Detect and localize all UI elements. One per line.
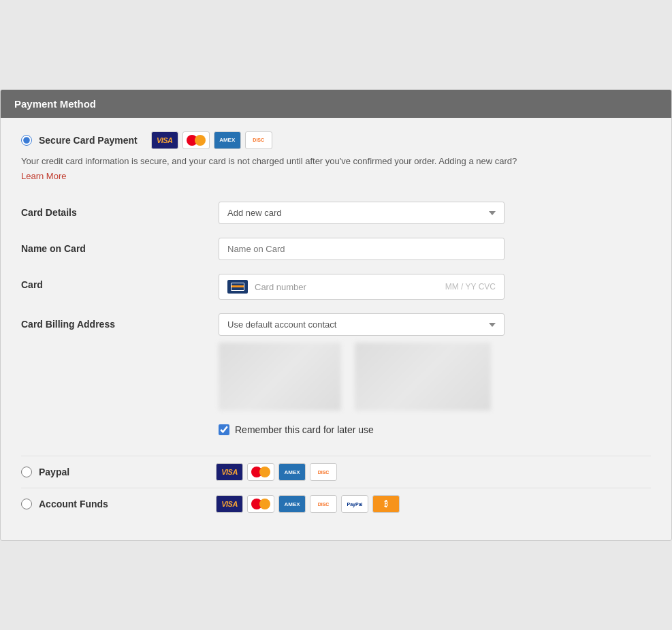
af-amex-icon: AMEX	[278, 495, 306, 513]
account-funds-option[interactable]: Account Funds VISA AMEX DISC PayPal ₿	[21, 488, 651, 520]
card-details-row: Card Details Add new card	[21, 202, 651, 224]
paypal-visa-icon: VISA	[216, 463, 243, 481]
secure-payment-info: Your credit card information is secure, …	[21, 155, 651, 168]
name-on-card-label: Name on Card	[21, 238, 219, 254]
panel-title: Payment Method	[14, 98, 96, 110]
blurred-address-right	[355, 343, 491, 411]
account-funds-label[interactable]: Account Funds	[39, 499, 216, 509]
remember-card-label[interactable]: Remember this card for later use	[235, 424, 374, 435]
secure-card-radio[interactable]	[21, 135, 32, 146]
af-paypal-icon: PayPal	[341, 495, 368, 513]
name-on-card-input-wrap	[219, 238, 505, 260]
payment-method-panel: Payment Method Secure Card Payment VISA …	[0, 89, 672, 541]
card-icons-account-funds: VISA AMEX DISC PayPal ₿	[216, 495, 400, 513]
paypal-amex-icon: AMEX	[278, 463, 306, 481]
card-input-wrap: Card number MM / YY CVC	[219, 274, 505, 300]
paypal-discover-icon: DISC	[310, 463, 337, 481]
paypal-mc-icon	[247, 463, 274, 481]
remember-row: Remember this card for later use	[219, 424, 651, 435]
card-details-label: Card Details	[21, 202, 219, 218]
af-btc-icon: ₿	[372, 495, 400, 513]
secure-card-label[interactable]: Secure Card Payment	[39, 135, 138, 146]
card-expiry-cvc: MM / YY CVC	[445, 282, 496, 292]
card-number-placeholder: Card number	[255, 282, 438, 292]
paypal-option[interactable]: Paypal VISA AMEX DISC	[21, 456, 651, 488]
card-icon-inner	[231, 283, 244, 291]
billing-address-select[interactable]: Use default account contact	[219, 313, 505, 336]
af-visa-icon: VISA	[216, 495, 243, 513]
amex-icon: AMEX	[214, 131, 241, 149]
paypal-radio[interactable]	[21, 467, 32, 477]
card-field-icon	[227, 280, 248, 294]
billing-address-label: Card Billing Address	[21, 313, 219, 330]
remember-card-checkbox[interactable]	[219, 424, 229, 435]
panel-body: Secure Card Payment VISA AMEX DISC Your …	[1, 118, 671, 541]
visa-icon: VISA	[151, 131, 178, 149]
secure-payment-option[interactable]: Secure Card Payment VISA AMEX DISC	[21, 131, 651, 149]
mastercard-icon	[182, 131, 210, 149]
blurred-address-left	[219, 343, 341, 411]
name-on-card-input[interactable]	[219, 238, 505, 260]
billing-address-wrap: Use default account contact	[219, 313, 505, 411]
learn-more-link[interactable]: Learn More	[21, 171, 66, 181]
name-on-card-row: Name on Card	[21, 238, 651, 260]
af-mc-icon	[247, 495, 274, 513]
discover-icon: DISC	[245, 131, 272, 149]
account-funds-radio[interactable]	[21, 499, 32, 509]
card-icons-paypal: VISA AMEX DISC	[216, 463, 337, 481]
card-row: Card Card number MM / YY CVC	[21, 274, 651, 300]
card-icons-secure: VISA AMEX DISC	[151, 131, 272, 149]
card-field[interactable]: Card number MM / YY CVC	[219, 274, 505, 300]
panel-header: Payment Method	[1, 90, 671, 118]
blurred-address-area	[219, 343, 505, 411]
af-discover-icon: DISC	[310, 495, 337, 513]
card-details-select-wrap: Add new card	[219, 202, 505, 224]
card-details-select[interactable]: Add new card	[219, 202, 505, 224]
paypal-label[interactable]: Paypal	[39, 467, 216, 477]
card-label: Card	[21, 274, 219, 290]
billing-address-row: Card Billing Address Use default account…	[21, 313, 651, 411]
secure-payment-section: Secure Card Payment VISA AMEX DISC Your …	[21, 131, 651, 189]
